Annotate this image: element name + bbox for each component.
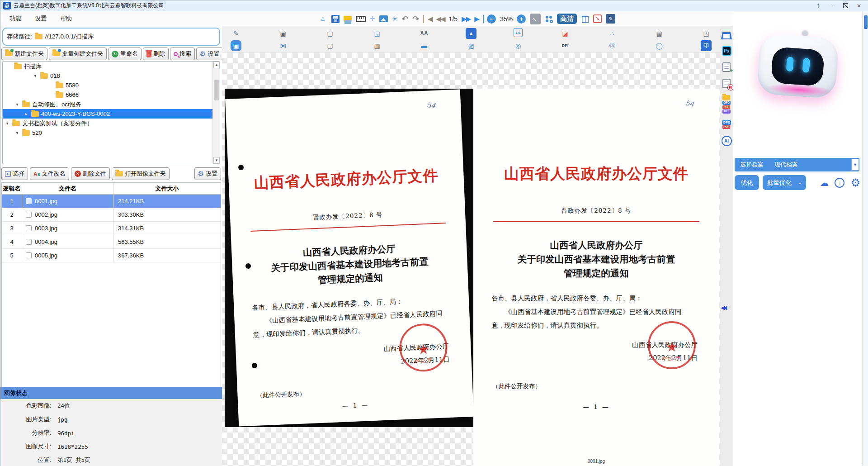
scroll-up-icon[interactable]: ▲ (213, 62, 220, 68)
export-image-icon[interactable] (379, 15, 388, 22)
image-chip-icon[interactable]: ▲ (466, 28, 476, 39)
cloud-upload-icon[interactable]: ☁ (820, 178, 829, 187)
optimize-button[interactable]: 优化 (735, 175, 759, 190)
archive-select-bar[interactable]: 选择档案 现代档案 ▼ (735, 158, 859, 171)
table-row[interactable]: 4 0004.jpg 563.55KB (2, 235, 221, 249)
scrollbar-thumb[interactable] (864, 15, 868, 29)
despeckle-icon[interactable]: ∴ (607, 28, 618, 39)
pen-tool-icon[interactable]: ✎ (231, 28, 241, 39)
download-icon[interactable]: ↓ (835, 178, 844, 188)
copy-page-icon[interactable] (344, 16, 352, 22)
ruler-icon[interactable] (356, 16, 366, 22)
table-row[interactable]: 1 0001.jpg 214.21KB (2, 195, 221, 208)
ocr-check-icon[interactable]: 检 (722, 79, 731, 88)
thumbnail-zoom-icon[interactable] (545, 15, 553, 23)
page-flip-icon[interactable]: ◳ (701, 28, 712, 39)
batch-optimize-button[interactable]: 批量优化 ⌄ (763, 175, 807, 190)
scanner-icon[interactable] (721, 32, 732, 39)
disc-icon[interactable]: ◎ (513, 40, 524, 51)
table-row[interactable]: 2 0002.jpg 303.30KB (2, 208, 221, 222)
delete-file-button[interactable]: ✕ 删除文件 (71, 167, 110, 180)
maximize-button[interactable] (839, 1, 852, 11)
mirror-icon[interactable]: ⋈ (278, 40, 288, 51)
fullscreen-button[interactable]: f (811, 1, 825, 11)
format-convert-icon[interactable]: OFD PDF TIFF (722, 95, 731, 114)
close-button[interactable]: ✕ (852, 1, 866, 11)
menu-function[interactable]: 功能 (4, 13, 27, 24)
tree-item-document-test[interactable]: ▾ 文书档案测试（案卷分件） (3, 119, 220, 128)
pan-tool-icon[interactable]: ↔ ↕ (318, 14, 327, 24)
crosshair-icon[interactable]: + (370, 14, 375, 24)
hatch-fill-icon[interactable]: ▨ (466, 40, 476, 51)
tree-item-018[interactable]: ▾ 018 (3, 71, 220, 81)
table-row[interactable]: 3 0003.jpg 314.31KB (2, 222, 221, 235)
edge-scrollbar[interactable] (862, 11, 868, 466)
row-checkbox[interactable] (26, 239, 32, 245)
delete-button[interactable]: 删除 (143, 48, 169, 60)
magic-wand-icon[interactable]: ✳ (392, 15, 398, 23)
row-checkbox[interactable] (26, 212, 32, 218)
marquee-icon[interactable]: ▢ (325, 40, 335, 51)
crop-bar-icon[interactable]: ▬ (419, 40, 429, 51)
redo-icon[interactable]: ↷ (412, 14, 419, 24)
scan-original[interactable]: 54 山西省人民政府办公厅文件 晋政办发〔2022〕8 号 山西省人民政府办公厅… (225, 89, 474, 427)
tree-item-5580[interactable]: 5580 (3, 81, 220, 90)
scroll-down-icon[interactable]: ▼ (213, 157, 220, 164)
table-row[interactable]: 5 0005.jpg 367.36KB (2, 249, 221, 262)
font-icon[interactable]: AA (419, 28, 429, 39)
menu-help[interactable]: 帮助 (55, 13, 77, 24)
tree-scrollbar[interactable]: ▲ ▼ (212, 62, 220, 164)
one-to-one-icon[interactable]: 1:1 (514, 28, 523, 37)
stamp-icon[interactable]: ㊞ (607, 40, 618, 51)
collapse-panel-icon[interactable]: ◀◀ (721, 304, 725, 311)
zoom-in-button[interactable]: + (517, 14, 526, 24)
tree-item-6666[interactable]: 6666 (3, 90, 220, 100)
dpi-icon[interactable]: DPI (560, 40, 571, 51)
hd-mode-button[interactable]: 高清 (557, 14, 577, 24)
eraser-icon[interactable]: ◪ (560, 28, 571, 39)
new-document-icon[interactable]: + (722, 62, 731, 72)
settings-gear-icon[interactable]: ⚙ (850, 177, 860, 188)
select-button[interactable]: ▸ 选择 (1, 167, 28, 180)
resize-icon[interactable]: ↘ (593, 14, 602, 23)
settings-button[interactable]: ⚙ 设置 (196, 48, 223, 60)
rename-button[interactable]: ↻ 重命名 (108, 48, 142, 60)
file-settings-button[interactable]: ⚙ 设置 (194, 167, 221, 180)
edit-document-icon[interactable]: ▣ (231, 40, 241, 51)
ellipse-tool-icon[interactable]: ◯ (654, 40, 665, 51)
select-region-icon[interactable]: ▢ (325, 28, 335, 39)
tree-item-scan-library[interactable]: 扫描库 (3, 62, 220, 71)
minimize-button[interactable]: − (825, 1, 839, 11)
document-canvas[interactable]: 54 山西省人民政府办公厅文件 晋政办发〔2022〕8 号 山西省人民政府办公厅… (222, 52, 720, 466)
next-page-button[interactable]: ▶▶ (462, 15, 470, 23)
dropdown-arrow-icon[interactable]: ▼ (851, 159, 859, 171)
first-page-button[interactable]: ▏◀ (423, 15, 432, 23)
previous-page-button[interactable]: ◀◀ (436, 15, 445, 23)
save-icon[interactable] (331, 15, 340, 23)
storage-path-box[interactable]: 存储路径: //127.0.0.1/扫描库 (2, 28, 220, 46)
open-image-folder-button[interactable]: 打开图像文件夹 (112, 167, 170, 180)
undo-icon[interactable]: ↶ (401, 14, 408, 24)
document-page-processed[interactable]: 54 山西省人民政府办公厅文件 晋政办发〔2022〕8 号 山西省人民政府办公厅… (473, 89, 719, 466)
tree-item-400-ws-selected[interactable]: ▸ 400-ws-2023-Y-BGS-0002 (3, 109, 220, 119)
tree-item-520[interactable]: ▾ 520 (3, 128, 220, 138)
photoshop-icon[interactable]: Ps (722, 46, 731, 56)
last-page-button[interactable]: ▶▕ (474, 15, 483, 23)
new-folder-button[interactable]: 新建文件夹 (1, 48, 47, 60)
menu-settings[interactable]: 设置 (29, 13, 52, 24)
picture-icon[interactable]: ▥ (372, 40, 382, 51)
rename-file-button[interactable]: Aʙ 文件改名 (30, 167, 69, 180)
compare-view-icon[interactable]: ◫ (581, 14, 589, 24)
zoom-out-button[interactable]: − (487, 14, 496, 24)
table-tool-icon[interactable]: ▤ (654, 28, 665, 39)
fit-to-window-button[interactable]: ↔ (530, 14, 541, 24)
scrollbar-thumb[interactable] (214, 80, 219, 100)
document-page-original[interactable]: 54 山西省人民政府办公厅文件 晋政办发〔2022〕8 号 山西省人民政府办公厅… (225, 89, 474, 426)
pdf-to-ofd-icon[interactable]: OFD PDF (722, 120, 731, 129)
search-button[interactable]: 搜索 (170, 48, 195, 60)
crop-icon[interactable]: ◲ (372, 28, 382, 39)
print-seal-icon[interactable]: 印 (701, 40, 712, 51)
copy-page-icon[interactable]: ▣ (278, 28, 288, 39)
annotate-pen-icon[interactable]: ✎ (606, 14, 615, 24)
row-checkbox[interactable] (26, 252, 32, 258)
